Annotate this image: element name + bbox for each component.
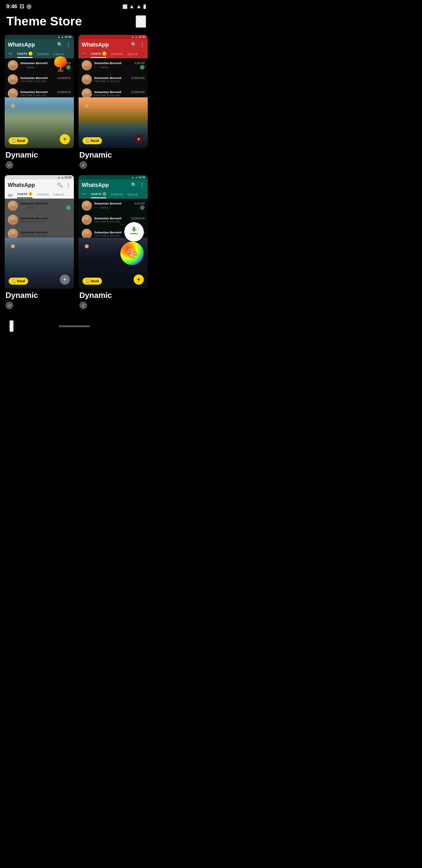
theme-card-4[interactable]: ▲ ▲ 12:30 WhatsApp 🔍 ⋮ 📷 CHATS STATUS CA… bbox=[79, 175, 148, 311]
mini-statusbar-2: ▲ ▲ 12:30 bbox=[79, 35, 148, 39]
mini-time-3: ▲ ▲ 12:30 bbox=[57, 176, 72, 179]
chat-time: 12/28/2019 bbox=[57, 217, 71, 220]
menu-icon-2: ⋮ bbox=[140, 42, 145, 47]
typing-icon: ✓✓ bbox=[94, 206, 99, 209]
chat-content: Sebastian Bennett 12/28/2019 Can't wait … bbox=[20, 231, 71, 237]
add-button-1[interactable]: + bbox=[60, 134, 70, 144]
message-text: Typing...! bbox=[100, 66, 111, 68]
status-icons-area: ▦ ▲ ▲ ▮ bbox=[122, 3, 146, 9]
add-button-2[interactable]: + bbox=[134, 134, 144, 144]
mini-app-name-2: WhatsApp bbox=[82, 41, 109, 48]
circle-dot-icon: ◎ bbox=[27, 3, 31, 9]
mini-toolbar-1: WhatsApp 🔍 ⋮ bbox=[5, 39, 74, 50]
signal-icon: ▲ bbox=[136, 3, 141, 9]
chat-name: Sebastian Bennett bbox=[20, 202, 48, 205]
mini-tabs-2: 📷 CHATS STATUS CALLS bbox=[79, 50, 148, 58]
chat-message: Can't wait to see you! bbox=[20, 234, 71, 237]
palette-icon: 🎨 bbox=[126, 248, 138, 259]
add-button-3[interactable]: + bbox=[60, 274, 70, 285]
home-indicator bbox=[59, 325, 90, 327]
tab-status-2: STATUS bbox=[111, 51, 123, 57]
theme-check-3 bbox=[5, 301, 74, 311]
tab-calls-3: CALLS bbox=[54, 192, 64, 197]
tab-badge-1 bbox=[29, 52, 32, 56]
mini-whatsapp-2: ▲ ▲ 12:30 WhatsApp 🔍 ⋮ 📷 CHATS STATUS CA… bbox=[79, 35, 148, 148]
chat-name: Sebastian Bennett bbox=[94, 217, 122, 220]
chat-item: Sebastian Bennett 3:00 PM ✓✓ Typing...! … bbox=[79, 58, 148, 72]
local-badge-3: 🏠 local bbox=[9, 278, 28, 285]
chat-message: Can't wait to see you! bbox=[94, 80, 145, 82]
unread-badge: 1 bbox=[140, 205, 145, 210]
chat-content: Sebastian Bennett 3:00 PM ✓✓ Typing...! … bbox=[94, 61, 145, 70]
mini-toolbar-icons-3: 🔍 ⋮ bbox=[57, 182, 71, 188]
mini-toolbar-icons-4: 🔍 ⋮ bbox=[131, 182, 145, 188]
tab-calls-4: CALLS bbox=[127, 192, 138, 197]
search-icon-4: 🔍 bbox=[131, 182, 137, 188]
avatar bbox=[82, 60, 92, 70]
chat-header: Sebastian Bennett 12/28/2019 bbox=[20, 231, 71, 234]
wifi-icon: ▲ bbox=[129, 3, 134, 9]
chat-content: Sebastian Bennett 12/28/2019 Can't wait … bbox=[20, 217, 71, 223]
status-time-area: 9:46 ⊡ ◎ bbox=[6, 3, 31, 9]
chat-name: Sebastian Bennett bbox=[94, 76, 122, 80]
vibrate-icon: ▦ bbox=[122, 3, 127, 9]
chat-message: ✓✓ Typing...! 1 bbox=[94, 205, 145, 210]
typing-icon: ✓✓ bbox=[20, 66, 25, 69]
message-text: Typing...! bbox=[26, 66, 37, 68]
theme-card-2[interactable]: ▲ ▲ 12:30 WhatsApp 🔍 ⋮ 📷 CHATS STATUS CA… bbox=[79, 35, 148, 170]
camera-icon-4: 📷 bbox=[82, 192, 86, 197]
download-icon bbox=[129, 225, 139, 239]
message-text: Can't wait to see you! bbox=[94, 220, 120, 223]
mini-whatsapp-4: ▲ ▲ 12:30 WhatsApp 🔍 ⋮ 📷 CHATS STATUS CA… bbox=[79, 175, 148, 289]
chat-header: Sebastian Bennett 12/28/2019 bbox=[94, 217, 145, 220]
chat-name: Sebastian Bennett bbox=[20, 76, 48, 80]
tab-status-4: STATUS bbox=[111, 192, 123, 197]
svg-marker-1 bbox=[131, 227, 137, 232]
checkmark-icon-1 bbox=[5, 161, 13, 169]
chat-item: Sebastian Bennett 12/28/2019 Can't wait … bbox=[5, 72, 74, 86]
message-text: Can't wait to see you! bbox=[20, 94, 46, 97]
camera-icon-3: 📷 bbox=[8, 192, 13, 197]
battery-icon: ▮ bbox=[143, 3, 146, 9]
chat-content: Sebastian Bennett 12/28/2019 Can't wait … bbox=[94, 76, 145, 82]
chat-time: 12/28/2019 bbox=[131, 217, 145, 220]
chat-time: 3:00 PM bbox=[134, 62, 145, 65]
clipboard-icon: ⊡ bbox=[20, 3, 24, 9]
add-button-4[interactable]: + bbox=[134, 274, 144, 285]
chat-content: Sebastian Bennett 3:00 PM ✓✓ Typing...! … bbox=[94, 202, 145, 210]
theme-name-4: Dynamic bbox=[79, 291, 148, 300]
chat-content: Sebastian Bennett 12/28/2019 Can't wait … bbox=[20, 76, 71, 82]
theme-card-3[interactable]: ▲ ▲ 12:30 WhatsApp 🔍 ⋮ 📷 CHATS 4 STATUS … bbox=[5, 175, 74, 311]
avatar bbox=[8, 201, 18, 211]
palette-overlay[interactable]: 🎨 bbox=[120, 242, 144, 265]
chat-header: Sebastian Bennett 12/28/2019 bbox=[94, 76, 145, 80]
chat-name: Sebastian Bennett bbox=[20, 217, 48, 220]
theme-preview-3: ▲ ▲ 12:30 WhatsApp 🔍 ⋮ 📷 CHATS 4 STATUS … bbox=[5, 175, 74, 289]
tab-calls-2: CALLS bbox=[127, 51, 138, 57]
mini-whatsapp-1: ▲ ▲ 12:30 WhatsApp 🔍 ⋮ 📷 CHATS STATUS CA… bbox=[5, 35, 74, 148]
back-button[interactable]: ‹ bbox=[9, 320, 14, 332]
app-header: Theme Store ✕ bbox=[0, 11, 152, 35]
chat-name: Sebastian Bennett bbox=[20, 61, 48, 65]
mini-time-2: ▲ ▲ 12:30 bbox=[131, 36, 145, 38]
camera-icon-2: 📷 bbox=[82, 52, 86, 56]
close-button[interactable]: ✕ bbox=[136, 15, 146, 28]
theme-preview-1: ▲ ▲ 12:30 WhatsApp 🔍 ⋮ 📷 CHATS STATUS CA… bbox=[5, 35, 74, 148]
chat-name: Sebastian Bennett bbox=[94, 90, 122, 94]
chat-header: Sebastian Bennett 12/28/2019 bbox=[94, 90, 145, 94]
chat-content: Sebastian Bennett 12/28/2019 Can't wait … bbox=[94, 217, 145, 223]
tab-badge-2 bbox=[102, 52, 106, 56]
chat-name: Sebastian Bennett bbox=[20, 90, 48, 94]
avatar bbox=[8, 215, 18, 225]
chat-item: Sebastian Bennett 3:00 PM ✓✓ Typing...! … bbox=[5, 199, 74, 213]
tab-chats-4: CHATS bbox=[91, 190, 106, 198]
tab-badge-4 bbox=[102, 192, 106, 196]
theme-card-1[interactable]: ▲ ▲ 12:30 WhatsApp 🔍 ⋮ 📷 CHATS STATUS CA… bbox=[5, 35, 74, 170]
chat-message: Can't wait to see you! bbox=[94, 94, 145, 97]
download-overlay[interactable] bbox=[124, 222, 144, 242]
theme-check-4 bbox=[79, 301, 148, 311]
chat-header: Sebastian Bennett 3:00 PM bbox=[94, 61, 145, 65]
mini-statusbar-3: ▲ ▲ 12:30 bbox=[5, 175, 74, 179]
chat-message: Can't wait to see you! bbox=[20, 94, 71, 97]
chat-header: Sebastian Bennett 3:00 PM bbox=[20, 202, 71, 205]
